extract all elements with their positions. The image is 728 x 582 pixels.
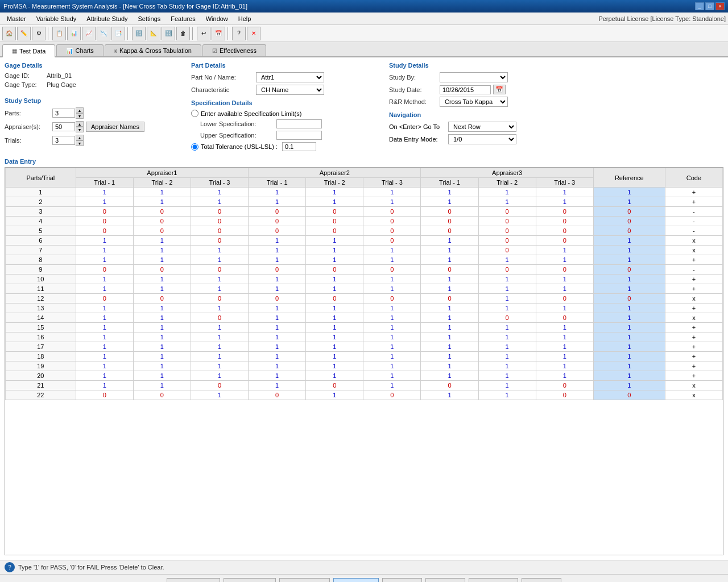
menu-help[interactable]: Help bbox=[234, 14, 256, 23]
minimize-btn[interactable]: _ bbox=[695, 2, 704, 10]
cell-a2-t3[interactable]: 0 bbox=[363, 390, 421, 400]
cell-a2-t3[interactable]: 0 bbox=[363, 226, 421, 236]
cell-a2-t3[interactable]: 1 bbox=[363, 352, 421, 361]
maximize-btn[interactable]: □ bbox=[705, 2, 714, 10]
cell-a2-t1[interactable]: 0 bbox=[249, 265, 306, 275]
cell-a1-t1[interactable]: 1 bbox=[76, 332, 133, 342]
cell-a2-t1[interactable]: 0 bbox=[249, 207, 306, 217]
cell-a3-t3[interactable]: 0 bbox=[536, 236, 593, 246]
cell-a3-t3[interactable]: 0 bbox=[536, 381, 593, 390]
parts-spinner[interactable]: ▲ ▼ bbox=[52, 107, 84, 119]
cell-a1-t2[interactable]: 1 bbox=[133, 304, 191, 313]
cell-a2-t2[interactable]: 1 bbox=[306, 313, 363, 323]
cell-a3-t2[interactable]: 0 bbox=[478, 226, 536, 236]
cell-a1-t2[interactable]: 1 bbox=[133, 284, 191, 294]
appraiser-names-btn[interactable]: Appraiser Names bbox=[86, 122, 144, 132]
tab-charts[interactable]: 📊 Charts bbox=[56, 44, 103, 56]
cell-a1-t3[interactable]: 1 bbox=[191, 342, 248, 352]
total-tolerance-input[interactable] bbox=[282, 142, 316, 151]
cell-a2-t2[interactable]: 0 bbox=[306, 294, 363, 304]
cell-a1-t3[interactable]: 0 bbox=[191, 265, 248, 275]
cell-a3-t2[interactable]: 1 bbox=[478, 275, 536, 284]
cell-a3-t1[interactable]: 1 bbox=[421, 390, 478, 400]
cell-a1-t2[interactable]: 1 bbox=[133, 255, 191, 265]
cell-a2-t3[interactable]: 0 bbox=[363, 217, 421, 226]
cell-a2-t2[interactable]: 1 bbox=[306, 352, 363, 361]
cell-a2-t2[interactable]: 1 bbox=[306, 304, 363, 313]
cell-a2-t1[interactable]: 0 bbox=[249, 217, 306, 226]
upper-spec-input[interactable] bbox=[276, 131, 322, 140]
cell-a3-t1[interactable]: 1 bbox=[421, 332, 478, 342]
cell-a3-t3[interactable]: 0 bbox=[536, 265, 593, 275]
cell-a1-t3[interactable]: 1 bbox=[191, 323, 248, 332]
cell-a1-t1[interactable]: 0 bbox=[76, 294, 133, 304]
cell-a2-t3[interactable]: 1 bbox=[363, 371, 421, 381]
trials-up[interactable]: ▲ bbox=[76, 135, 84, 140]
toolbar-btn-11[interactable]: 🔣 bbox=[162, 27, 175, 40]
cell-a2-t3[interactable]: 1 bbox=[363, 246, 421, 255]
toolbar-btn-1[interactable]: 🏠 bbox=[2, 27, 16, 40]
appraisers-spinner[interactable]: ▲ ▼ bbox=[52, 121, 84, 132]
cell-a1-t2[interactable]: 1 bbox=[133, 332, 191, 342]
toolbar-btn-3[interactable]: ⚙ bbox=[32, 27, 46, 40]
cell-a3-t1[interactable]: 1 bbox=[421, 342, 478, 352]
cell-a1-t1[interactable]: 1 bbox=[76, 381, 133, 390]
cell-a1-t3[interactable]: 0 bbox=[191, 226, 248, 236]
cell-a3-t3[interactable]: 1 bbox=[536, 323, 593, 332]
cell-a3-t2[interactable]: 0 bbox=[478, 313, 536, 323]
cell-a2-t1[interactable]: 1 bbox=[249, 361, 306, 371]
menu-attribute-study[interactable]: Attribute Study bbox=[82, 14, 132, 23]
menu-window[interactable]: Window bbox=[201, 14, 233, 23]
cell-a3-t3[interactable]: 1 bbox=[536, 275, 593, 284]
cell-a1-t1[interactable]: 0 bbox=[76, 226, 133, 236]
cell-a2-t1[interactable]: 1 bbox=[249, 197, 306, 207]
cell-a2-t2[interactable]: 0 bbox=[306, 381, 363, 390]
cell-a3-t1[interactable]: 1 bbox=[421, 275, 478, 284]
cell-a1-t3[interactable]: 1 bbox=[191, 246, 248, 255]
cell-a2-t1[interactable]: 1 bbox=[249, 275, 306, 284]
appraisers-input[interactable] bbox=[52, 122, 75, 131]
cell-a1-t1[interactable]: 0 bbox=[76, 217, 133, 226]
cell-a2-t3[interactable]: 1 bbox=[363, 342, 421, 352]
report-btn[interactable]: Report bbox=[425, 578, 465, 582]
calculate-btn[interactable]: Calculate bbox=[333, 578, 379, 582]
cell-a3-t1[interactable]: 1 bbox=[421, 352, 478, 361]
cell-a1-t1[interactable]: 0 bbox=[76, 207, 133, 217]
cell-a3-t2[interactable]: 1 bbox=[478, 323, 536, 332]
cell-a3-t3[interactable]: 0 bbox=[536, 226, 593, 236]
cell-a3-t3[interactable]: 1 bbox=[536, 342, 593, 352]
cell-a2-t3[interactable]: 1 bbox=[363, 275, 421, 284]
cell-a1-t3[interactable]: 1 bbox=[191, 352, 248, 361]
cell-a2-t3[interactable]: 1 bbox=[363, 381, 421, 390]
cell-a2-t2[interactable]: 0 bbox=[306, 217, 363, 226]
cell-a3-t2[interactable]: 0 bbox=[478, 236, 536, 246]
toolbar-btn-9[interactable]: 🔢 bbox=[132, 27, 146, 40]
cell-a3-t1[interactable]: 0 bbox=[421, 207, 478, 217]
cell-a2-t3[interactable]: 0 bbox=[363, 207, 421, 217]
cell-a1-t2[interactable]: 0 bbox=[133, 207, 191, 217]
cell-a1-t1[interactable]: 1 bbox=[76, 197, 133, 207]
cell-a3-t1[interactable]: 1 bbox=[421, 255, 478, 265]
cell-a3-t3[interactable]: 1 bbox=[536, 246, 593, 255]
trials-down[interactable]: ▼ bbox=[76, 140, 84, 146]
toolbar-btn-2[interactable]: ✏️ bbox=[17, 27, 31, 40]
cell-a3-t3[interactable]: 1 bbox=[536, 332, 593, 342]
cell-a2-t3[interactable]: 0 bbox=[363, 294, 421, 304]
cell-a3-t3[interactable]: 0 bbox=[536, 390, 593, 400]
cell-a1-t3[interactable]: 1 bbox=[191, 371, 248, 381]
cell-a2-t2[interactable]: 1 bbox=[306, 255, 363, 265]
trials-input[interactable] bbox=[52, 136, 75, 145]
cell-a3-t3[interactable]: 0 bbox=[536, 313, 593, 323]
cell-a1-t3[interactable]: 0 bbox=[191, 236, 248, 246]
cell-a3-t1[interactable]: 1 bbox=[421, 197, 478, 207]
cell-a2-t3[interactable]: 1 bbox=[363, 332, 421, 342]
cell-a2-t1[interactable]: 1 bbox=[249, 313, 306, 323]
cell-a1-t1[interactable]: 1 bbox=[76, 275, 133, 284]
cell-a3-t2[interactable]: 1 bbox=[478, 197, 536, 207]
cell-a2-t2[interactable]: 1 bbox=[306, 284, 363, 294]
cell-a2-t3[interactable]: 0 bbox=[363, 236, 421, 246]
cell-a2-t2[interactable]: 0 bbox=[306, 226, 363, 236]
cell-a1-t3[interactable]: 0 bbox=[191, 381, 248, 390]
cell-a2-t3[interactable]: 1 bbox=[363, 197, 421, 207]
toolbar-btn-10[interactable]: 📐 bbox=[147, 27, 160, 40]
